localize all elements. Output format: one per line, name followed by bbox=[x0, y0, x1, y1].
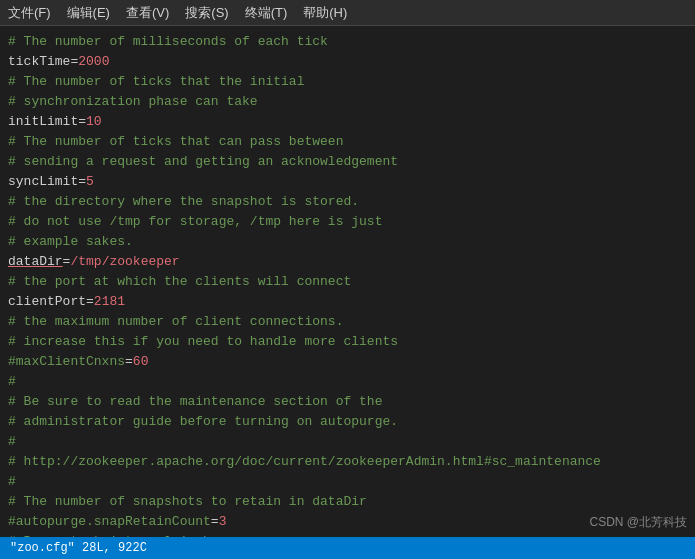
line-20: # administrator guide before turning on … bbox=[8, 412, 687, 432]
line-9: # the directory where the snapshot is st… bbox=[8, 192, 687, 212]
line-19: # Be sure to read the maintenance sectio… bbox=[8, 392, 687, 412]
line-6: # The number of ticks that can pass betw… bbox=[8, 132, 687, 152]
editor-area[interactable]: # The number of milliseconds of each tic… bbox=[0, 26, 695, 537]
menu-help[interactable]: 帮助(H) bbox=[303, 4, 347, 22]
csdn-badge: CSDN @北芳科技 bbox=[589, 514, 687, 531]
menu-search[interactable]: 搜索(S) bbox=[185, 4, 228, 22]
menu-terminal[interactable]: 终端(T) bbox=[245, 4, 288, 22]
status-file: "zoo.cfg" 28L, 922C bbox=[10, 541, 147, 555]
line-22: # http://zookeeper.apache.org/doc/curren… bbox=[8, 452, 687, 472]
line-10: # do not use /tmp for storage, /tmp here… bbox=[8, 212, 687, 232]
menubar: 文件(F) 编辑(E) 查看(V) 搜索(S) 终端(T) 帮助(H) bbox=[0, 0, 695, 26]
line-14: clientPort=2181 bbox=[8, 292, 687, 312]
line-1: # The number of milliseconds of each tic… bbox=[8, 32, 687, 52]
line-2: tickTime=2000 bbox=[8, 52, 687, 72]
line-7: # sending a request and getting an ackno… bbox=[8, 152, 687, 172]
menu-view[interactable]: 查看(V) bbox=[126, 4, 169, 22]
line-11: # example sakes. bbox=[8, 232, 687, 252]
line-12: dataDir=/tmp/zookeeper bbox=[8, 252, 687, 272]
line-15: # the maximum number of client connectio… bbox=[8, 312, 687, 332]
line-25: #autopurge.snapRetainCount=3 bbox=[8, 512, 687, 532]
line-24: # The number of snapshots to retain in d… bbox=[8, 492, 687, 512]
line-21: # bbox=[8, 432, 687, 452]
menu-edit[interactable]: 编辑(E) bbox=[67, 4, 110, 22]
menu-file[interactable]: 文件(F) bbox=[8, 4, 51, 22]
line-23: # bbox=[8, 472, 687, 492]
line-16: # increase this if you need to handle mo… bbox=[8, 332, 687, 352]
line-17: #maxClientCnxns=60 bbox=[8, 352, 687, 372]
status-bar: "zoo.cfg" 28L, 922C bbox=[0, 537, 695, 559]
line-5: initLimit=10 bbox=[8, 112, 687, 132]
line-8: syncLimit=5 bbox=[8, 172, 687, 192]
line-18: # bbox=[8, 372, 687, 392]
line-4: # synchronization phase can take bbox=[8, 92, 687, 112]
line-13: # the port at which the clients will con… bbox=[8, 272, 687, 292]
line-3: # The number of ticks that the initial bbox=[8, 72, 687, 92]
